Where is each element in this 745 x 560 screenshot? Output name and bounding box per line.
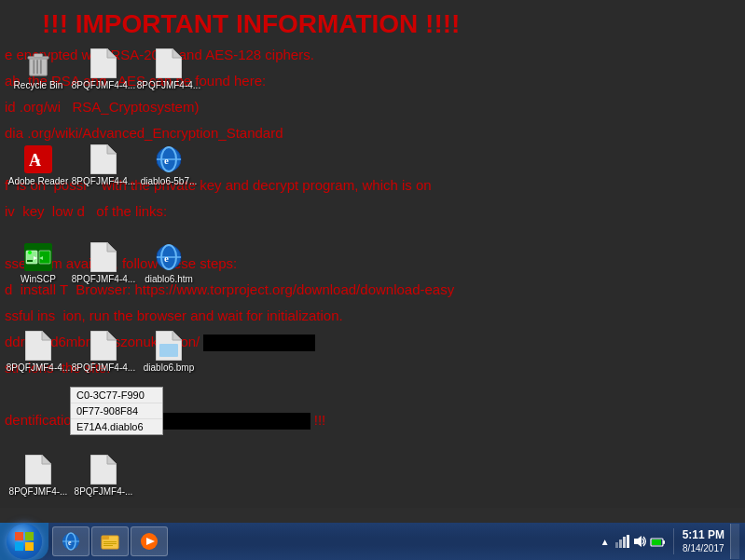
svg-marker-26 [90,242,117,272]
file1-icon-img [89,48,118,78]
svg-rect-55 [103,545,113,546]
svg-marker-7 [107,48,117,58]
file7-label: 8PQFJMF4-... [9,486,68,498]
svg-marker-8 [156,48,182,78]
taskbar-programs: e [48,523,172,560]
desktop-icon-file1[interactable]: 8PQFJMF4-4... [70,48,137,91]
file2-label: 8PQFJMF4-4... [137,80,200,91]
ie1-svg: e [155,145,183,173]
svg-rect-60 [623,537,626,548]
svg-rect-53 [103,541,117,542]
desktop-icon-file5[interactable]: 8PQFJMF4-4... [5,331,72,374]
taskbar-media-icon [139,531,159,552]
svg-rect-44 [25,532,34,540]
diablo-htm-svg: e [155,243,183,271]
svg-marker-62 [634,536,642,547]
taskbar-media-button[interactable] [131,526,168,556]
recycle-bin-icon-img [23,48,53,78]
winscp-svg [24,243,52,271]
file8-label: 8PQFJMF4-... [75,486,133,498]
file8-svg [90,455,117,485]
file6-label: 8PQFJMF4-4... [72,362,135,374]
tray-expand-button[interactable]: ▲ [599,537,612,547]
desktop-icon-bmp[interactable]: diablo6.bmp [135,331,202,374]
desktop-icon-file2[interactable]: 8PQFJMF4-4... [135,48,202,91]
svg-marker-9 [172,48,182,58]
network-icon [614,534,629,549]
volume-icon [632,534,647,549]
desktop-icon-diablo-htm[interactable]: e diablo6.htm [135,242,202,285]
ie1-label: diablo6-5b7... [141,176,198,187]
file1-label: 8PQFJMF4-4... [72,80,135,91]
desktop-icon-file8[interactable]: 8PQFJMF4-... [70,455,137,498]
svg-marker-27 [107,242,117,252]
show-desktop-button[interactable] [730,524,739,559]
file3-icon-img [89,144,118,174]
battery-icon [650,534,665,549]
context-menu-item-2[interactable]: 0F77-908F84 [71,403,162,419]
clock[interactable]: 5:11 PM 8/14/2017 [683,528,724,555]
desktop-icon-file3[interactable]: 8PQFJMF4-4... [70,144,137,187]
diablo-htm-label: diablo6.htm [145,274,193,285]
system-tray-icons: ▲ [599,534,665,549]
taskbar-ie-button[interactable]: e [52,526,90,556]
taskbar-right: ▲ [593,523,745,560]
ransom-line-9: ssful ins ion, run the browser and wait … [5,305,740,327]
svg-text:I: I [37,157,40,168]
svg-text:e: e [68,539,72,547]
ransom-line-6: iv key low d of the links: [5,200,740,223]
svg-marker-42 [107,455,117,464]
svg-marker-14 [107,144,117,154]
desktop-icon-recycle-bin[interactable]: Recycle Bin [5,48,72,91]
desktop-icon-ie1[interactable]: e diablo6-5b7... [135,144,202,187]
desktop-icon-file7[interactable]: 8PQFJMF4-... [5,455,72,498]
svg-marker-6 [90,48,117,78]
svg-rect-46 [25,542,34,551]
svg-point-25 [28,251,32,254]
file7-icon-img [23,455,53,485]
context-menu: C0-3C77-F990 0F77-908F84 E71A4.diablo6 [70,387,163,435]
winscp-label: WinSCP [21,274,56,285]
svg-rect-52 [102,536,109,540]
file7-svg [25,455,51,485]
desktop-icon-file6[interactable]: 8PQFJMF4-4... [70,331,137,374]
file4-label: 8PQFJMF4-4... [72,274,135,285]
file5-svg [25,331,51,361]
svg-text:e: e [164,155,169,166]
start-orb [7,524,42,559]
svg-rect-2 [36,60,38,74]
svg-marker-40 [42,455,51,464]
svg-marker-13 [90,144,117,174]
file2-svg [156,48,182,78]
svg-rect-64 [663,540,665,544]
context-menu-item-3[interactable]: E71A4.diablo6 [71,419,162,434]
adobe-svg: A I [24,145,52,173]
svg-marker-32 [25,331,51,361]
svg-marker-34 [90,331,117,361]
desktop-icon-winscp[interactable]: WinSCP [5,242,72,285]
start-button[interactable] [0,523,48,560]
file6-svg [90,331,117,361]
svg-rect-45 [15,542,23,551]
svg-marker-35 [107,331,117,340]
taskbar-explorer-icon [100,531,120,552]
adobe-label: Adobe Reader [8,176,69,187]
taskbar-explorer-button[interactable] [91,526,129,556]
tray-volume-icon[interactable] [632,534,647,549]
file4-svg [90,242,117,272]
tray-network-icon[interactable] [614,534,629,549]
file2-icon-img [154,48,184,78]
svg-marker-39 [25,455,51,485]
desktop-icon-adobe[interactable]: A I Adobe Reader [5,144,72,187]
desktop-icon-file4[interactable]: 8PQFJMF4-4... [70,242,137,285]
svg-text:e: e [164,253,169,264]
windows-logo-icon [14,531,34,552]
recycle-bin-svg [24,49,52,77]
context-menu-item-1[interactable]: C0-3C77-F990 [71,388,162,403]
svg-rect-21 [39,251,50,264]
svg-rect-58 [615,542,618,548]
ie1-icon-img: e [154,144,184,174]
svg-rect-5 [34,54,42,58]
tray-battery-icon[interactable] [650,534,665,549]
svg-rect-38 [159,344,178,357]
